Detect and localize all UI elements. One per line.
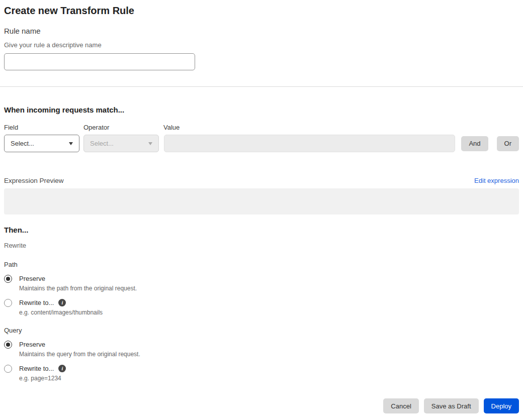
query-group: Query Preserve Maintains the query from …	[4, 326, 519, 382]
field-select-value: Select...	[11, 140, 34, 147]
query-label: Query	[4, 326, 519, 335]
match-controls-row: Select... Select... And Or	[4, 135, 519, 152]
match-column-labels: Field Operator Value	[4, 123, 519, 132]
query-rewrite-radio[interactable]	[4, 365, 12, 373]
path-rewrite-label: Rewrite to...	[19, 298, 54, 307]
path-group: Path Preserve Maintains the path from th…	[4, 260, 519, 317]
expression-preview-box	[4, 188, 519, 215]
path-rewrite-helper: e.g. content/images/thumbnails	[19, 308, 519, 317]
match-heading: When incoming requests match...	[4, 105, 519, 115]
query-preserve-option: Preserve Maintains the query from the or…	[4, 340, 519, 358]
operator-select-value: Select...	[90, 140, 114, 147]
operator-select[interactable]: Select...	[83, 135, 159, 152]
query-rewrite-helper: e.g. page=1234	[19, 374, 519, 382]
rule-name-input[interactable]	[4, 53, 195, 70]
create-transform-rule-form: Create new Transform Rule Rule name Give…	[0, 0, 523, 420]
or-button[interactable]: Or	[497, 136, 519, 151]
expression-preview-label: Expression Preview	[4, 177, 64, 184]
and-button[interactable]: And	[461, 136, 488, 151]
query-preserve-head: Preserve	[4, 340, 519, 349]
page-title: Create new Transform Rule	[4, 4, 519, 17]
query-preserve-label: Preserve	[19, 340, 45, 349]
footer-actions: Cancel Save as Draft Deploy	[4, 398, 519, 413]
value-label: Value	[163, 123, 519, 132]
deploy-button[interactable]: Deploy	[484, 398, 519, 413]
field-select[interactable]: Select...	[4, 135, 79, 152]
rule-name-label: Rule name	[4, 26, 519, 36]
cancel-button[interactable]: Cancel	[383, 398, 418, 413]
path-preserve-radio[interactable]	[4, 275, 12, 283]
path-preserve-head: Preserve	[4, 274, 519, 283]
info-icon[interactable]: i	[58, 299, 66, 306]
save-as-draft-button[interactable]: Save as Draft	[424, 398, 479, 413]
path-preserve-option: Preserve Maintains the path from the ori…	[4, 274, 519, 292]
query-preserve-radio[interactable]	[4, 341, 12, 349]
path-rewrite-head: Rewrite to... i	[4, 298, 519, 307]
chevron-down-icon	[148, 142, 152, 145]
info-icon[interactable]: i	[58, 365, 66, 372]
section-divider	[0, 86, 523, 87]
rule-name-helper: Give your rule a descriptive name	[4, 41, 519, 49]
expression-header: Expression Preview Edit expression	[4, 177, 519, 184]
query-rewrite-label: Rewrite to...	[19, 364, 54, 373]
then-heading: Then...	[4, 225, 519, 235]
operator-label: Operator	[83, 123, 163, 132]
path-preserve-helper: Maintains the path from the original req…	[19, 284, 519, 292]
query-rewrite-option: Rewrite to... i e.g. page=1234	[4, 364, 519, 382]
path-label: Path	[4, 260, 519, 269]
path-preserve-label: Preserve	[19, 274, 45, 283]
edit-expression-link[interactable]: Edit expression	[474, 177, 519, 184]
field-label: Field	[4, 123, 83, 132]
query-rewrite-head: Rewrite to... i	[4, 364, 519, 373]
value-input[interactable]	[164, 135, 455, 152]
chevron-down-icon	[69, 142, 73, 145]
path-rewrite-option: Rewrite to... i e.g. content/images/thum…	[4, 298, 519, 317]
rewrite-action-label: Rewrite	[4, 241, 519, 250]
query-preserve-helper: Maintains the query from the original re…	[19, 350, 519, 358]
path-rewrite-radio[interactable]	[4, 299, 12, 307]
